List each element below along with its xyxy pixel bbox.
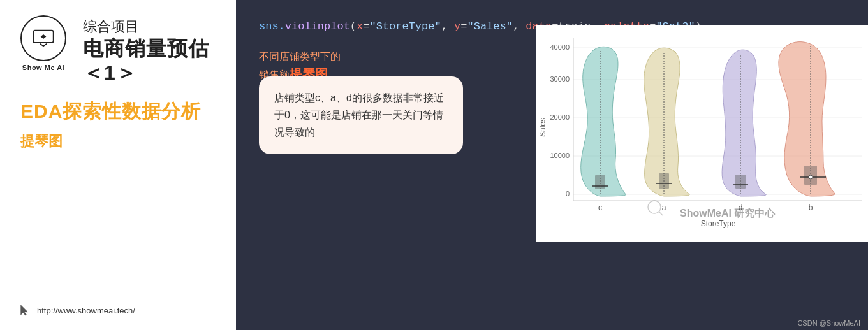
- chart-overlay: ShowMeAI 研究中心: [680, 207, 776, 219]
- logo-text: Show Me AI: [22, 64, 64, 71]
- y-tick-40000: 40000: [550, 43, 570, 51]
- violin-label: 提琴图: [20, 132, 63, 151]
- y-axis-label: Sales: [538, 118, 547, 137]
- code-param-y: y: [454, 20, 460, 32]
- svg-point-20: [809, 175, 813, 179]
- code-param-x: x: [357, 20, 363, 32]
- violin-chart-area: 40000 30000 20000 10000 0 Sales: [536, 25, 868, 242]
- speech-bubble: 店铺类型c、a、d的很多数据非常接近于0，这可能是店铺在那一天关门等情况导致的: [259, 76, 463, 154]
- x-tick-b: b: [809, 203, 813, 212]
- y-tick-30000: 30000: [550, 75, 570, 83]
- bottom-bar: CSDN @ShowMeAI: [236, 316, 868, 330]
- x-tick-a: a: [662, 203, 666, 212]
- svg-rect-8: [595, 175, 605, 189]
- x-tick-c: c: [598, 203, 602, 212]
- y-tick-20000: 20000: [550, 113, 570, 121]
- code-comma1: ,: [441, 20, 454, 32]
- x-axis-label: StoreType: [701, 219, 736, 228]
- right-panel: ShowMeAI sns.violinplot(x="StoreType", y…: [236, 0, 868, 330]
- code-paren-open: (: [350, 20, 357, 32]
- subtitle-line1: 综合项目: [83, 18, 216, 36]
- annotation-text: 店铺类型c、a、d的很多数据非常接近于0，这可能是店铺在那一天关门等情况导致的: [274, 92, 444, 138]
- annotation-area: 店铺类型c、a、d的很多数据非常接近于0，这可能是店铺在那一天关门等情况导致的: [259, 76, 463, 154]
- code-fn: sns.: [259, 20, 285, 32]
- subtitle-line2: 电商销量预估＜1＞: [83, 36, 216, 85]
- y-tick-0: 0: [566, 190, 570, 197]
- violin-chart-svg: 40000 30000 20000 10000 0 Sales: [536, 25, 868, 242]
- cursor-icon: [18, 303, 32, 317]
- code-method: violinplot: [285, 20, 350, 32]
- logo-circle: [20, 15, 66, 61]
- code-eq2: =: [460, 20, 467, 32]
- y-tick-10000: 10000: [550, 152, 570, 159]
- logo-area: Show Me AI: [20, 15, 66, 71]
- code-comma2: ,: [513, 20, 526, 32]
- logo-icon: [32, 29, 55, 47]
- subtitle-block: 综合项目 电商销量预估＜1＞: [83, 18, 216, 85]
- code-val-y: "Sales": [467, 20, 512, 32]
- left-panel: Show Me AI 综合项目 电商销量预估＜1＞ EDA探索性数据分析 提琴图…: [0, 0, 236, 330]
- csdn-label: CSDN @ShowMeAI: [797, 319, 860, 327]
- website-url: http://www.showmeai.tech/: [37, 306, 135, 315]
- website-link[interactable]: http://www.showmeai.tech/: [18, 303, 135, 317]
- code-val-x: "StoreType": [369, 20, 441, 32]
- eda-title: EDA探索性数据分析: [20, 100, 201, 123]
- code-eq1: =: [363, 20, 369, 32]
